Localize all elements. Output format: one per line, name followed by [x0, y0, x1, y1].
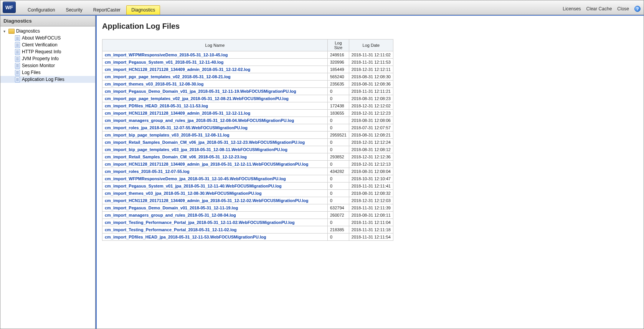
cell-log-date: 2018-08-31 12:08:04: [349, 168, 393, 175]
tree-item[interactable]: HTTP Request Info: [0, 48, 95, 55]
cell-log-name: cm_import_Pegasus_Demo_Domain_v01_2018-0…: [102, 204, 328, 212]
table-row: cm_import_HCN1128_20171128_134409_admin_…: [102, 161, 393, 168]
log-file-link[interactable]: cm_import_Testing_Performance_Portal_jpa…: [105, 220, 295, 225]
cell-log-name: cm_import_bip_page_templates_v03_2018-05…: [102, 132, 328, 139]
table-row: cm_import_PDfiles_HEAD_2018-05-31_12-11-…: [102, 102, 393, 110]
log-file-link[interactable]: cm_import_PDfiles_HEAD_2018-05-31_12-11-…: [105, 104, 208, 108]
log-file-link[interactable]: cm_import_bip_page_templates_v03_jpa_201…: [105, 147, 287, 152]
table-row: cm_import_roles_2018-05-31_12-07-55.log4…: [102, 168, 393, 175]
cell-log-size: 632794: [328, 204, 349, 212]
log-file-link[interactable]: cm_import_roles_2018-05-31_12-07-55.log: [105, 169, 190, 174]
close-link[interactable]: Close: [617, 6, 629, 12]
log-file-link[interactable]: cm_import_bip_page_templates_v03_2018-05…: [105, 133, 230, 137]
tree-item-label: About WebFOCUS: [22, 35, 61, 41]
tab-diagnostics[interactable]: Diagnostics: [126, 5, 160, 15]
tree-item[interactable]: JVM Property Info: [0, 55, 95, 62]
table-row: cm_import_HCN1128_20171128_134409_admin_…: [102, 66, 393, 73]
col-log-date[interactable]: Log Date: [349, 39, 393, 51]
tree-item[interactable]: About WebFOCUS: [0, 35, 95, 41]
log-file-link[interactable]: cm_import_pgx_page_templates_v02_jpa_201…: [105, 96, 289, 101]
table-row: cm_import_pgx_page_templates_v02_2018-05…: [102, 73, 393, 81]
log-table: Log Name Log Size Log Date cm_import_WFP…: [102, 39, 393, 241]
cell-log-size: 0: [328, 139, 349, 146]
cell-log-date: 2018-11-31 12:11:53: [349, 59, 393, 66]
log-file-link[interactable]: cm_import_Pegasus_System_v01_jpa_2018-05…: [105, 184, 282, 188]
main-tabs: Configuration Security ReportCaster Diag…: [23, 0, 161, 15]
tree-item[interactable]: Application Log Files: [0, 76, 95, 83]
log-file-link[interactable]: cm_import_WFPMResponsiveDemo_2018-05-31_…: [105, 53, 228, 57]
tab-reportcaster[interactable]: ReportCaster: [88, 5, 125, 15]
cell-log-size: 0: [328, 190, 349, 197]
table-row: cm_import_WFPMResponsiveDemo_2018-05-31_…: [102, 51, 393, 59]
cell-log-name: cm_import_Pegasus_System_v01_jpa_2018-05…: [102, 183, 328, 190]
page-icon: [15, 77, 20, 82]
tab-security[interactable]: Security: [61, 5, 87, 15]
cell-log-size: 0: [328, 183, 349, 190]
tree-item[interactable]: Client Verification: [0, 41, 95, 48]
log-file-link[interactable]: cm_import_HCN1128_20171128_134409_admin_…: [105, 111, 250, 115]
log-file-link[interactable]: cm_import_Pegasus_System_v01_2018-05-31_…: [105, 60, 223, 64]
log-file-link[interactable]: cm_import_Pegasus_Demo_Domain_v01_2018-0…: [105, 206, 238, 210]
cell-log-date: 2018-12-31 12:12:02: [349, 102, 393, 110]
log-file-link[interactable]: cm_import_PDfiles_HEAD_jpa_2018-05-31_12…: [105, 235, 266, 239]
table-row: cm_import_pgx_page_templates_v02_jpa_201…: [102, 95, 393, 102]
cell-log-size: 434282: [328, 168, 349, 175]
folder-icon: [8, 29, 15, 34]
log-file-link[interactable]: cm_import_Pegasus_Demo_Domain_v01_jpa_20…: [105, 89, 296, 94]
table-row: cm_import_Testing_Performance_Portal_jpa…: [102, 219, 393, 226]
log-file-link[interactable]: cm_import_Testing_Performance_Portal_201…: [105, 227, 236, 232]
tree-item[interactable]: Session Monitor: [0, 62, 95, 69]
cell-log-size: 235635: [328, 81, 349, 88]
cell-log-name: cm_import_HCN1128_20171128_134409_admin_…: [102, 197, 328, 204]
licenses-link[interactable]: Licenses: [563, 6, 581, 12]
log-file-link[interactable]: cm_import_Retail_Samples_Domain_CM_v06_j…: [105, 140, 305, 145]
col-log-size[interactable]: Log Size: [328, 39, 349, 51]
cell-log-name: cm_import_PDfiles_HEAD_jpa_2018-05-31_12…: [102, 234, 328, 241]
log-file-link[interactable]: cm_import_managers_group_and_rules_2018-…: [105, 213, 236, 217]
page-icon: [15, 42, 20, 48]
help-icon[interactable]: ?: [634, 6, 641, 12]
cell-log-date: 2018-12-31 12:12:03: [349, 197, 393, 204]
tab-configuration[interactable]: Configuration: [23, 5, 60, 15]
log-file-link[interactable]: cm_import_managers_group_and_rules_jpa_2…: [105, 118, 294, 123]
cell-log-date: 2018-12-31 12:12:36: [349, 153, 393, 161]
cell-log-name: cm_import_managers_group_and_rules_2018-…: [102, 212, 328, 219]
cell-log-date: 2018-08-31 12:08:30: [349, 73, 393, 81]
clear-cache-link[interactable]: Clear Cache: [586, 6, 612, 12]
table-header-row: Log Name Log Size Log Date: [102, 39, 393, 51]
table-row: cm_import_themes_v03_jpa_2018-05-31_12-0…: [102, 190, 393, 197]
log-file-link[interactable]: cm_import_pgx_page_templates_v02_2018-05…: [105, 74, 231, 79]
cell-log-name: cm_import_bip_page_templates_v03_jpa_201…: [102, 146, 328, 153]
log-file-link[interactable]: cm_import_themes_v03_jpa_2018-05-31_12-0…: [105, 191, 262, 196]
tree-item-label: Application Log Files: [22, 77, 64, 82]
cell-log-name: cm_import_PDfiles_HEAD_2018-05-31_12-11-…: [102, 102, 328, 110]
table-row: cm_import_managers_group_and_rules_jpa_2…: [102, 117, 393, 124]
chevron-down-icon[interactable]: ▾: [3, 29, 8, 33]
cell-log-size: 249916: [328, 51, 349, 59]
log-file-link[interactable]: cm_import_HCN1128_20171128_134409_admin_…: [105, 198, 309, 203]
tree-root-label: Diagnostics: [16, 28, 40, 34]
cell-log-size: 565240: [328, 73, 349, 81]
log-file-link[interactable]: cm_import_HCN1128_20171128_134409_admin_…: [105, 162, 309, 166]
nav-tree: ▾ Diagnostics About WebFOCUSClient Verif…: [0, 26, 95, 84]
log-file-link[interactable]: cm_import_roles_jpa_2018-05-31_12-07-55.…: [105, 125, 248, 130]
cell-log-name: cm_import_Testing_Performance_Portal_jpa…: [102, 219, 328, 226]
top-right-links: Licenses Clear Cache Close ?: [563, 6, 641, 12]
cell-log-name: cm_import_WFPMResponsiveDemo_2018-05-31_…: [102, 51, 328, 59]
table-row: cm_import_PDfiles_HEAD_jpa_2018-05-31_12…: [102, 234, 393, 241]
log-file-link[interactable]: cm_import_WFPMResponsiveDemo_jpa_2018-05…: [105, 176, 286, 181]
cell-log-date: 2018-08-31 12:08:21: [349, 132, 393, 139]
tree-root-diagnostics[interactable]: ▾ Diagnostics: [0, 28, 95, 35]
table-row: cm_import_roles_jpa_2018-05-31_12-07-55.…: [102, 124, 393, 132]
content-wrap: Diagnostics ▾ Diagnostics About WebFOCUS…: [0, 15, 644, 329]
tree-item[interactable]: Log Files: [0, 69, 95, 76]
col-log-name[interactable]: Log Name: [102, 39, 328, 51]
log-file-link[interactable]: cm_import_HCN1128_20171128_134409_admin_…: [105, 67, 250, 72]
cell-log-date: 2018-10-31 12:10:47: [349, 175, 393, 183]
log-file-link[interactable]: cm_import_Retail_Samples_Domain_CM_v06_2…: [105, 155, 247, 159]
cell-log-date: 2018-11-31 12:11:21: [349, 88, 393, 95]
cell-log-size: 0: [328, 88, 349, 95]
cell-log-date: 2018-11-31 12:11:18: [349, 226, 393, 234]
log-file-link[interactable]: cm_import_themes_v03_2018-05-31_12-08-30…: [105, 82, 203, 86]
table-row: cm_import_themes_v03_2018-05-31_12-08-30…: [102, 81, 393, 88]
